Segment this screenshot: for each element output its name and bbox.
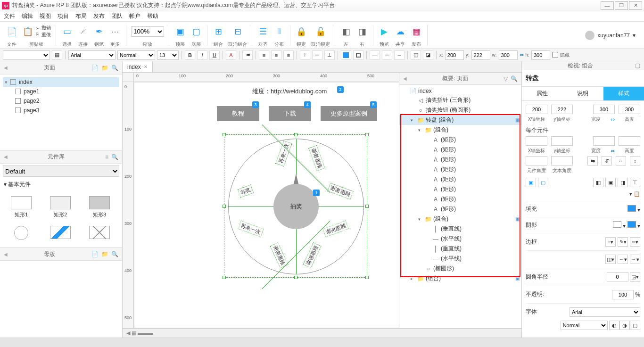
align-icon[interactable]: ☰ <box>257 25 269 38</box>
copy-icon[interactable]: ⎘ <box>36 32 40 37</box>
outline-item[interactable]: │(垂直线) <box>399 244 521 254</box>
h-input[interactable] <box>531 50 550 60</box>
lib-search-icon[interactable]: 🔍 <box>111 154 118 160</box>
inspector-menu-icon[interactable]: ▢ <box>635 62 640 69</box>
menu-layout[interactable]: 布局 <box>75 12 87 20</box>
menu-help[interactable]: 帮助 <box>147 12 158 20</box>
size-h-input[interactable] <box>619 105 640 114</box>
outline-item[interactable]: A(矩形) <box>399 135 521 145</box>
bullet-button[interactable]: ≔ <box>242 50 253 60</box>
outline-item[interactable]: A(矩形) <box>399 184 521 194</box>
size-select[interactable]: 13 <box>157 50 179 60</box>
group-icon[interactable]: ⊞ <box>212 25 224 38</box>
fill-color[interactable] <box>627 205 636 212</box>
hidden-checkbox[interactable] <box>552 52 558 58</box>
minimize-button[interactable]: — <box>601 1 614 10</box>
paste-icon[interactable]: 📋 <box>22 25 34 38</box>
preview-icon[interactable]: ▶ <box>378 25 390 38</box>
lock-aspect-icon[interactable]: ⇔ <box>520 52 524 58</box>
text-angle-input[interactable] <box>551 156 573 165</box>
outline-item[interactable]: │(垂直线) <box>399 224 521 234</box>
outline-collapse-icon[interactable]: ◀ <box>403 76 407 81</box>
menu-account[interactable]: 帐户 <box>129 12 140 20</box>
widget-rect1[interactable]: 矩形1 <box>2 192 41 222</box>
border-width[interactable]: ≡▾ <box>605 237 616 247</box>
align-left-button[interactable]: ≡ <box>259 50 269 60</box>
tab-properties[interactable]: 属性 <box>522 87 562 100</box>
page-item-page3[interactable]: page3 <box>3 106 119 115</box>
btn-tutorial[interactable]: 教程 <box>217 106 259 121</box>
italic-button[interactable]: I <box>197 50 207 60</box>
outline-item[interactable]: A(矩形) <box>399 155 521 165</box>
outline-item[interactable]: ▾📁(组合) <box>399 125 521 135</box>
maximize-button[interactable]: ❐ <box>615 1 628 10</box>
insp-weight-select[interactable]: Normal <box>561 321 608 330</box>
close-button[interactable]: ✕ <box>629 1 642 10</box>
opacity-input[interactable] <box>612 290 634 299</box>
lib-menu-icon[interactable]: ≡ <box>105 154 108 160</box>
text-opt1[interactable]: ◐ <box>609 321 619 330</box>
size-w-input[interactable] <box>593 105 615 114</box>
elem-angle-input[interactable] <box>526 156 547 165</box>
cut-icon[interactable]: ✂ <box>36 26 40 31</box>
wheel-selection[interactable]: 抽奖 1 再来一次 谢谢惠顾 谢谢惠顾 谢谢惠顾 谢谢惠顾 谢谢惠顾 再来一次 … <box>224 134 367 278</box>
widget-placeholder[interactable] <box>80 222 119 246</box>
add-page-icon[interactable]: 📄 <box>91 65 99 71</box>
back-icon[interactable]: ▢ <box>190 25 202 38</box>
publish-icon[interactable]: ▦ <box>410 25 422 38</box>
w-input[interactable] <box>499 50 518 60</box>
widget-image[interactable] <box>41 222 80 246</box>
each-w-input[interactable] <box>593 136 615 146</box>
outer-shadow-button[interactable]: ◫ <box>411 50 421 60</box>
style-dropdown[interactable]: ▾ 📋 <box>629 191 640 197</box>
flip-h-icon[interactable]: ⇋ <box>587 156 598 165</box>
collapse-icon[interactable]: ◀ <box>4 65 8 70</box>
pen-icon[interactable]: ✒ <box>93 25 105 38</box>
line-color-button[interactable] <box>353 50 363 60</box>
btn-download[interactable]: 下载 <box>269 106 311 121</box>
menu-file[interactable]: 文件 <box>4 12 15 20</box>
flip-v-icon[interactable]: ⇵ <box>602 156 612 165</box>
radius-input[interactable] <box>607 272 628 281</box>
connect-icon[interactable]: ⟋ <box>77 25 89 38</box>
outline-item[interactable]: A(矩形) <box>399 194 521 204</box>
outline-item[interactable]: ▸📁(组合)▣ <box>399 273 521 283</box>
outline-item[interactable]: A(矩形) <box>399 174 521 184</box>
lock-wh-icon[interactable]: ⇔ <box>611 116 615 123</box>
weight-select[interactable]: Normal <box>117 50 155 60</box>
fill-color-button[interactable] <box>341 50 351 60</box>
outer-shadow[interactable] <box>613 221 621 228</box>
btn-more[interactable]: 更多原型案例 <box>321 106 377 121</box>
menu-project[interactable]: 项目 <box>58 12 69 20</box>
valign-bottom-button[interactable]: ⊥ <box>324 50 335 60</box>
valign-middle-button[interactable]: ═ <box>312 50 322 60</box>
front-icon[interactable]: ▣ <box>174 25 186 38</box>
insp-font-select[interactable]: Arial <box>570 307 640 317</box>
pos-y-input[interactable] <box>551 105 573 114</box>
outline-item[interactable]: ◁抽奖指针 (三角形) <box>399 95 521 105</box>
line-style-button[interactable]: — <box>370 50 380 60</box>
outline-item[interactable]: A(矩形) <box>399 204 521 214</box>
outline-item[interactable]: ▾📁(组合)▣ <box>399 214 521 224</box>
border-style[interactable]: ┅▾ <box>630 237 640 247</box>
align-l-button[interactable]: ◧ <box>593 178 603 187</box>
outline-item[interactable]: —(水平线) <box>399 234 521 244</box>
radius-corners[interactable]: ◲▾ <box>630 273 640 282</box>
each-y-input[interactable] <box>551 136 573 146</box>
valign-top-button[interactable]: ⊤ <box>300 50 310 60</box>
border-color[interactable]: ✎▾ <box>618 237 628 247</box>
line-width-button[interactable]: ═ <box>382 50 392 60</box>
style-manager-button[interactable]: ▦ <box>52 50 62 60</box>
menu-edit[interactable]: 编辑 <box>22 12 33 20</box>
widget-rect2[interactable]: 矩形2 <box>41 192 80 222</box>
file-icon[interactable]: 📄 <box>6 25 18 38</box>
ungroup-icon[interactable]: ⊟ <box>231 25 244 38</box>
inner-shadow-button[interactable]: ◪ <box>423 50 433 60</box>
widget-section[interactable]: ▾ 基本元件 <box>0 179 122 190</box>
arrow-end[interactable]: →▾ <box>630 255 640 264</box>
menu-team[interactable]: 团队 <box>111 12 123 20</box>
select-icon[interactable]: ▭ <box>61 25 73 38</box>
text-opt3[interactable]: ▢ <box>630 321 640 330</box>
tab-index[interactable]: index✕ <box>123 61 153 72</box>
front-button[interactable]: ▣ <box>526 178 536 187</box>
